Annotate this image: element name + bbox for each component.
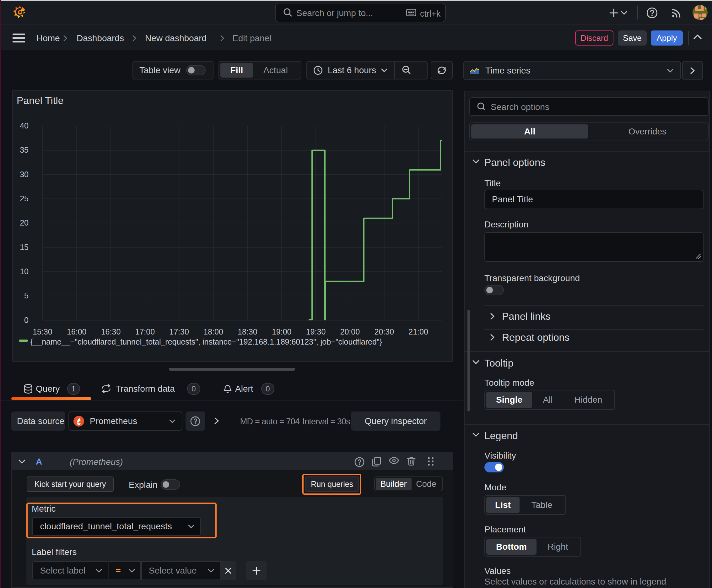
svg-text:40: 40 [20, 121, 28, 130]
svg-text:15: 15 [20, 243, 28, 252]
svg-text:21:00: 21:00 [408, 327, 428, 336]
svg-text:20:00: 20:00 [340, 327, 360, 336]
svg-text:35: 35 [20, 145, 28, 154]
svg-text:17:00: 17:00 [135, 327, 155, 336]
svg-text:19:30: 19:30 [306, 327, 326, 336]
svg-text:30: 30 [20, 170, 28, 179]
svg-text:20: 20 [20, 218, 28, 227]
svg-text:16:00: 16:00 [67, 327, 87, 336]
svg-text:16:30: 16:30 [101, 327, 121, 336]
svg-text:15:30: 15:30 [33, 327, 52, 336]
svg-text:19:00: 19:00 [272, 327, 292, 336]
svg-text:18:00: 18:00 [203, 327, 223, 336]
svg-text:17:30: 17:30 [169, 327, 189, 336]
svg-text:18:30: 18:30 [238, 327, 257, 336]
svg-text:0: 0 [24, 316, 28, 324]
svg-text:5: 5 [24, 291, 28, 300]
svg-text:10: 10 [20, 267, 28, 276]
svg-text:25: 25 [20, 194, 28, 203]
svg-text:20:30: 20:30 [374, 327, 394, 336]
